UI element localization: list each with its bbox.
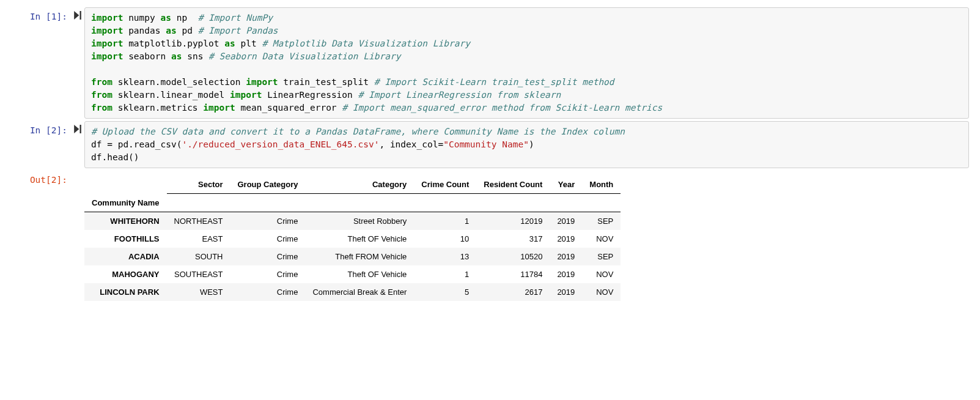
cell: EAST — [167, 230, 230, 248]
cell: Street Robbery — [305, 212, 414, 230]
code-token: "Community Name" — [443, 139, 529, 149]
table-row: ACADIASOUTHCrimeTheft FROM Vehicle131052… — [84, 248, 621, 265]
cell: Crime — [230, 283, 305, 301]
cell: 1 — [414, 212, 476, 230]
row-index: LINCOLN PARK — [84, 283, 167, 301]
code-token: import — [246, 77, 278, 87]
code-token: # Import NumPy — [198, 13, 273, 23]
table-corner — [84, 176, 167, 194]
play-to-end-icon — [74, 11, 81, 20]
table-row: WHITEHORNNORTHEASTCrimeStreet Robbery112… — [84, 212, 621, 230]
cell: NOV — [582, 230, 621, 248]
row-index: FOOTHILLS — [84, 230, 167, 248]
code-token: import — [91, 39, 123, 48]
cell: 10520 — [476, 248, 550, 265]
code-token: import — [230, 90, 262, 100]
dataframe-table: SectorGroup CategoryCategoryCrime CountR… — [84, 176, 621, 301]
row-index: WHITEHORN — [84, 212, 167, 230]
output-prompt: Out[2]: — [4, 171, 71, 185]
code-token: matplotlib.pyplot — [128, 39, 219, 48]
index-name: Community Name — [84, 194, 167, 212]
code-input[interactable]: # Upload the CSV data and convert it to … — [84, 121, 969, 168]
code-token: import — [91, 13, 123, 23]
cell: Crime — [230, 248, 305, 265]
cell: 2019 — [550, 283, 582, 301]
code-token: train_test_split — [283, 77, 369, 87]
cell: 2019 — [550, 248, 582, 265]
code-token: from — [91, 90, 112, 100]
cell: Theft OF Vehicle — [305, 230, 414, 248]
cell: 317 — [476, 230, 550, 248]
column-header: Group Category — [230, 176, 305, 194]
code-token: sklearn.metrics — [118, 103, 198, 113]
column-header: Category — [305, 176, 414, 194]
table-row: FOOTHILLSEASTCrimeTheft OF Vehicle103172… — [84, 230, 621, 248]
code-token: np — [177, 13, 187, 23]
code-token: as — [171, 51, 182, 61]
cell: NORTHEAST — [167, 212, 230, 230]
svg-rect-0 — [80, 11, 81, 20]
cell: Commercial Break & Enter — [305, 283, 414, 301]
row-index: MAHOGANY — [84, 265, 167, 283]
cell: 2617 — [476, 283, 550, 301]
column-header: Year — [550, 176, 582, 194]
cell: SOUTHEAST — [167, 265, 230, 283]
column-header: Month — [582, 176, 621, 194]
cell: Theft OF Vehicle — [305, 265, 414, 283]
cell: SOUTH — [167, 248, 230, 265]
code-token: LinearRegression — [267, 90, 353, 100]
cell: 11784 — [476, 265, 550, 283]
cell: NOV — [582, 265, 621, 283]
code-token: as — [224, 39, 235, 48]
code-token: numpy — [128, 13, 155, 23]
code-token: df.head() — [91, 152, 139, 162]
svg-rect-1 — [80, 125, 81, 133]
code-token: './reduced_version_data_ENEL_645.csv' — [182, 139, 379, 149]
code-token: mean_squared_error — [240, 103, 336, 113]
run-button[interactable] — [71, 7, 84, 20]
cell: 2019 — [550, 212, 582, 230]
code-token: # Upload the CSV data and convert it to … — [91, 127, 625, 136]
code-cell: In [2]: # Upload the CSV data and conver… — [0, 121, 980, 168]
cell: SEP — [582, 212, 621, 230]
cell: 1 — [414, 265, 476, 283]
cell: Crime — [230, 265, 305, 283]
code-token: # Import mean_squared_error method from … — [342, 103, 662, 113]
output-spacer — [71, 171, 84, 174]
code-token: pandas — [128, 26, 160, 35]
code-token: from — [91, 77, 112, 87]
cell: Crime — [230, 230, 305, 248]
code-token: sns — [187, 51, 203, 61]
code-token: sklearn.model_selection — [118, 77, 241, 87]
code-token: # Matplotlib Data Visualization Library — [262, 39, 470, 48]
run-button[interactable] — [71, 121, 84, 133]
table-row: LINCOLN PARKWESTCrimeCommercial Break & … — [84, 283, 621, 301]
cell: 2019 — [550, 265, 582, 283]
code-input[interactable]: import numpy as np # Import NumPy import… — [84, 7, 969, 119]
column-header: Sector — [167, 176, 230, 194]
output-area: SectorGroup CategoryCategoryCrime CountR… — [84, 171, 969, 301]
cell: Crime — [230, 212, 305, 230]
cell: NOV — [582, 283, 621, 301]
code-token: plt — [240, 39, 256, 48]
play-to-end-icon — [74, 125, 81, 133]
cell: SEP — [582, 248, 621, 265]
code-token: pd — [182, 26, 192, 35]
code-cell: In [1]: import numpy as np # Import NumP… — [0, 7, 980, 119]
cell: Theft FROM Vehicle — [305, 248, 414, 265]
table-row: MAHOGANYSOUTHEASTCrimeTheft OF Vehicle11… — [84, 265, 621, 283]
code-token: as — [166, 26, 176, 35]
cell: 2019 — [550, 230, 582, 248]
output-cell: Out[2]: SectorGroup CategoryCategoryCrim… — [0, 171, 980, 301]
cell: 5 — [414, 283, 476, 301]
code-token: # Seaborn Data Visualization Library — [208, 51, 400, 61]
row-index: ACADIA — [84, 248, 167, 265]
code-token: # Import Pandas — [198, 26, 278, 35]
column-header: Crime Count — [414, 176, 476, 194]
code-token: ) — [529, 139, 534, 149]
code-token: , index_col= — [379, 139, 443, 149]
code-token: df = pd.read_csv( — [91, 139, 182, 149]
code-token: # Import Scikit-Learn train_test_split m… — [374, 77, 614, 87]
column-header: Resident Count — [476, 176, 550, 194]
code-token: import — [91, 26, 123, 35]
